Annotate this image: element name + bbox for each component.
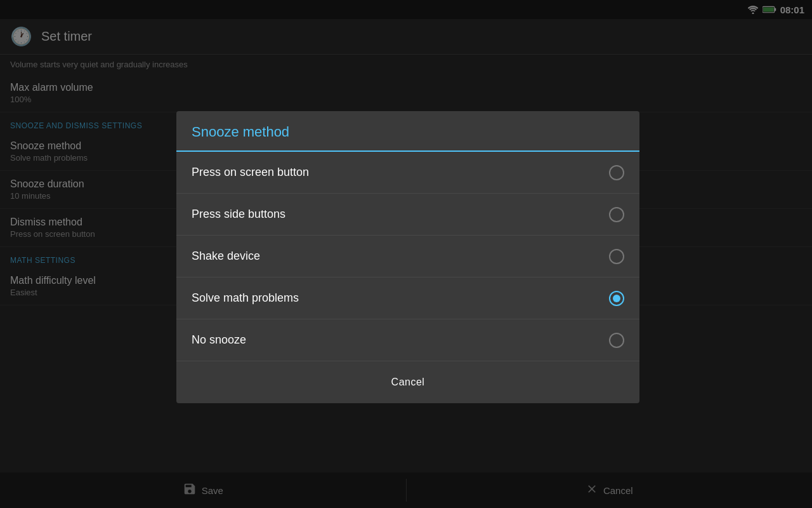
- dialog-option-label: Press on screen button: [192, 166, 309, 179]
- dialog-cancel-button[interactable]: Cancel: [371, 371, 445, 393]
- dialog-option[interactable]: Press side buttons: [176, 194, 639, 236]
- dialog-title: Snooze method: [176, 111, 639, 152]
- dialog-option-label: Press side buttons: [192, 208, 285, 221]
- dialog-actions: Cancel: [176, 361, 639, 403]
- dialog-option-label: No snooze: [192, 333, 246, 347]
- radio-button[interactable]: [609, 291, 624, 306]
- radio-button[interactable]: [609, 165, 624, 180]
- dialog-option[interactable]: Shake device: [176, 236, 639, 277]
- dialog-option-label: Shake device: [192, 250, 260, 263]
- dialog-option[interactable]: Press on screen button: [176, 152, 639, 194]
- radio-button[interactable]: [609, 207, 624, 222]
- dialog-option[interactable]: Solve math problems: [176, 277, 639, 319]
- radio-inner-dot: [613, 295, 620, 302]
- radio-button[interactable]: [609, 249, 624, 264]
- snooze-method-dialog: Snooze method Press on screen buttonPres…: [176, 111, 639, 403]
- dialog-option-label: Solve math problems: [192, 291, 299, 305]
- radio-button[interactable]: [609, 333, 624, 348]
- dialog-option[interactable]: No snooze: [176, 319, 639, 361]
- dialog-options-list: Press on screen buttonPress side buttons…: [176, 152, 639, 361]
